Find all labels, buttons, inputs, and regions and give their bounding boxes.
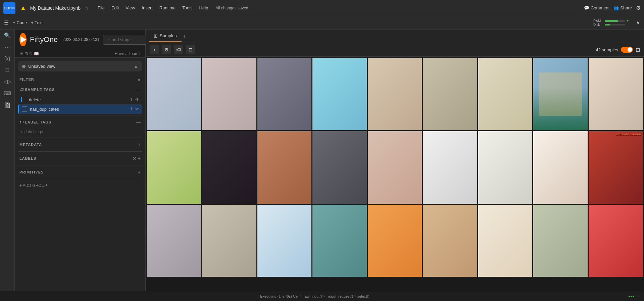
grid-cell-7[interactable] xyxy=(478,58,532,130)
grid-cell-24[interactable] xyxy=(423,205,477,277)
grid-cell-15[interactable] xyxy=(423,131,477,203)
sidebar-files-icon[interactable]: □ xyxy=(6,67,9,73)
grid-cell-11[interactable] xyxy=(202,131,256,203)
filter-header: FILTER ∧ xyxy=(15,75,145,84)
grid-cell-9[interactable] xyxy=(589,58,643,130)
primitives-plus-icon[interactable]: + xyxy=(138,169,141,175)
grid-cell-10[interactable] xyxy=(147,131,201,203)
eye-icon-delete[interactable]: 👁 xyxy=(135,97,139,102)
toggle-knob xyxy=(628,47,632,52)
grid-cell-13[interactable] xyxy=(312,131,366,203)
menu-runtime[interactable]: Runtime xyxy=(157,4,178,12)
grid-cell-1[interactable] xyxy=(147,58,201,130)
primitives-section[interactable]: PRIMITIVES + xyxy=(15,167,145,178)
samples-count: 42 samples xyxy=(596,47,618,52)
add-tab-button[interactable]: + xyxy=(183,33,186,39)
top-bar: CO PRO ▲ My Dataset Maker.ipynb ☆ File E… xyxy=(0,0,644,16)
grid-cell-25[interactable] xyxy=(478,205,532,277)
add-text-button[interactable]: + Text xyxy=(31,20,43,25)
grid-cell-19[interactable] xyxy=(147,205,201,277)
samples-tab[interactable]: ⊞ Samples xyxy=(149,31,182,42)
tag-row-delete: delete 1 👁 xyxy=(18,95,142,104)
divider-1 xyxy=(18,115,142,115)
sidebar-notebook-icon[interactable]: 📓 xyxy=(4,102,11,108)
menu-tools[interactable]: Tools xyxy=(180,4,195,12)
grid-layout-icon[interactable]: ⊞ xyxy=(636,47,640,53)
metadata-section[interactable]: METADATA + xyxy=(15,139,145,150)
comment-button[interactable]: 💬 Comment xyxy=(584,5,609,10)
collapse-button[interactable]: ∧ xyxy=(636,19,640,26)
sidebar-search-icon[interactable]: 🔍 xyxy=(4,32,11,39)
view-selector[interactable]: Unsaved view ▲ xyxy=(18,61,142,71)
metadata-plus-icon[interactable]: + xyxy=(138,142,141,147)
eye-icon-has-duplicates[interactable]: 👁 xyxy=(135,107,139,111)
grid-cell-8[interactable] xyxy=(533,58,587,130)
grid-cell-18[interactable]: SAUSAGE LEGEND xyxy=(589,131,643,203)
grid-cell-2[interactable] xyxy=(202,58,256,130)
grid-cell-6[interactable] xyxy=(423,58,477,130)
settings-tool-button[interactable]: ⚙ xyxy=(162,45,171,54)
status-bar: Executing (1m 46s) Cell > raw_input() > … xyxy=(0,291,644,301)
layout-tool-button[interactable]: ⊟ xyxy=(186,45,195,54)
sidebar-code-icon[interactable]: {x} xyxy=(4,56,10,62)
sidebar-more-icon[interactable]: ⋯ xyxy=(5,44,10,50)
grid-cell-16[interactable] xyxy=(478,131,532,203)
tag-checkbox-delete[interactable] xyxy=(21,97,26,102)
top-right: 💬 Comment 👥 Share ⚙ xyxy=(584,5,641,11)
add-group-button[interactable]: + ADD GROUP xyxy=(15,181,145,191)
menu-help[interactable]: Help xyxy=(197,4,211,12)
grid-cell-20[interactable] xyxy=(202,205,256,277)
settings-icon[interactable]: ⚙ xyxy=(636,5,641,11)
view-toggle[interactable] xyxy=(621,47,633,53)
book-icon: 📖 xyxy=(34,51,39,56)
menu-view[interactable]: View xyxy=(123,4,138,12)
prev-button[interactable]: ‹ xyxy=(150,45,159,54)
grid-cell-3[interactable] xyxy=(257,58,311,130)
fo-header: FiftyOne 2023.03.21.08.02.31 ✕ ? ↑ ↓ 🔗 ▬… xyxy=(15,30,145,50)
image-grid: SAUSAGE LEGEND xyxy=(146,57,644,291)
add-code-button[interactable]: + Code xyxy=(13,20,27,25)
content-area: ⊞ Samples + ‹ ⚙ 🏷 ⊟ 42 samples ⊞ xyxy=(146,30,644,291)
ram-expand[interactable]: ▼ xyxy=(626,19,629,22)
grid-cell-5[interactable] xyxy=(368,58,422,130)
grid-cell-26[interactable] xyxy=(533,205,587,277)
grid-cell-22[interactable] xyxy=(312,205,366,277)
grid-cell-14[interactable] xyxy=(368,131,422,203)
close-status-icon[interactable]: ✕ xyxy=(637,294,640,298)
grid-cell-12[interactable] xyxy=(257,131,311,203)
drive-icon: ▲ xyxy=(20,4,26,11)
star-icon[interactable]: ☆ xyxy=(85,5,89,11)
label-tags-minus-icon[interactable]: — xyxy=(136,119,141,125)
menu-file[interactable]: File xyxy=(95,4,107,12)
sidebar-terminal-icon[interactable]: ⌨ xyxy=(3,90,11,97)
view-chevron-icon: ▲ xyxy=(134,64,138,69)
menu-edit[interactable]: Edit xyxy=(109,4,121,12)
labels-section[interactable]: LABELS ✕ + xyxy=(15,153,145,164)
grid-cell-23[interactable] xyxy=(368,205,422,277)
tag-tool-button[interactable]: 🏷 xyxy=(174,45,183,54)
comment-label: Comment xyxy=(591,5,609,10)
tag-row-has-duplicates: has_duplicates 1 👁 xyxy=(18,104,142,114)
grid-cell-4[interactable] xyxy=(312,58,366,130)
share-icon: 👥 xyxy=(613,5,619,10)
sidebar-toggle-icon[interactable]: ☰ xyxy=(4,19,9,26)
label-tags-section[interactable]: 🏷 LABEL TAGS — xyxy=(15,117,145,128)
toggle-track[interactable] xyxy=(621,47,633,53)
fo-logo xyxy=(19,33,27,46)
labels-x-icon[interactable]: ✕ xyxy=(133,156,137,161)
share-label: Share xyxy=(620,5,632,10)
share-button[interactable]: 👥 Share xyxy=(613,5,632,10)
menu-insert[interactable]: Insert xyxy=(139,4,155,12)
tag-checkbox-has-duplicates[interactable] xyxy=(22,106,27,112)
divider-3 xyxy=(18,151,142,152)
grid-cell-21[interactable] xyxy=(257,205,311,277)
filter-collapse-icon[interactable]: ∧ xyxy=(137,77,141,82)
have-team-label: Have a Team? xyxy=(115,51,141,56)
sample-tags-section[interactable]: 🏷 SAMPLE TAGS — xyxy=(15,84,145,95)
grid-cell-17[interactable] xyxy=(533,131,587,203)
sample-tags-minus-icon[interactable]: — xyxy=(136,87,141,92)
sidebar-expand-icon[interactable]: ◁▷ xyxy=(3,79,11,85)
grid-cell-27[interactable] xyxy=(589,205,643,277)
sun-icon: ☀ xyxy=(19,51,23,56)
labels-plus-icon[interactable]: + xyxy=(138,156,141,161)
